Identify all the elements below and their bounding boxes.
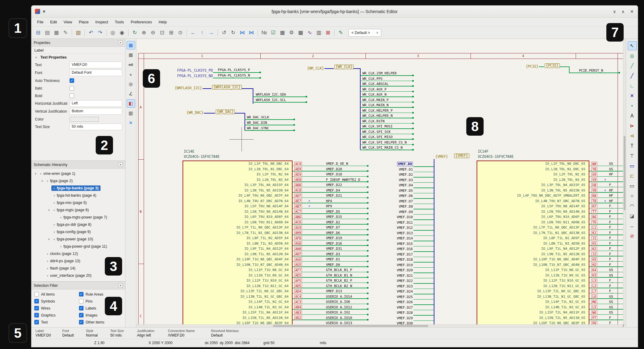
pin-row-io-l12p-t1u-n10-gc-64[interactable]: IO_L12P_T1U_N10_GC_64AF5GTH_BCLK_B2_P — [183, 278, 371, 283]
pin-row-io-l7p-t1l-n0-qbc-ad13p-64[interactable]: IO_L7P_T1L_N0_QBC_AD13P_64AG9VMEF.D7 — [183, 225, 371, 230]
pin-row-io-l13n-t2l-n1-gc-qbc-64[interactable]: IO_L13N_T2L_N1_GC_QBC_64AC4USERIO_A.IO14 — [183, 294, 371, 300]
hier-label-vmef[interactable]: {VMEF} — [435, 155, 448, 159]
net-label-vmef-d6[interactable]: VMEF.D6 — [370, 194, 413, 198]
crosshair-style-icon[interactable]: + — [127, 70, 135, 79]
net-label-vmef-d15[interactable]: VMEF.D15 — [370, 242, 413, 246]
zoom-objects-icon[interactable]: ⊞ — [167, 28, 176, 37]
net-label-wr-clk-spi-main-cs-n[interactable]: WR_CLK.SPI_MAIN_CS_N — [362, 146, 402, 150]
pin-row-io-l2n-t0l-n3-64[interactable]: IO_L2N_T0L_N3_64AE8F_IOEXP_HWBYTE2_D — [183, 177, 371, 183]
net-label-wr-dac-din[interactable]: WR_DAC.DIN — [247, 121, 267, 125]
net-label-vmef-d12[interactable]: VMEF.D12 — [370, 226, 413, 230]
net-label-vmef-d4[interactable]: VMEF.D4 — [370, 183, 413, 187]
pin-row-io-l5p-t0u-n8-ad14p-64[interactable]: IO_L5P_T0U_N8_AD14P_64AB7✕HP9 — [183, 204, 371, 209]
close-button[interactable]: ✕ — [630, 9, 634, 14]
menu-view[interactable]: View — [60, 19, 75, 25]
hier-label-wr-dac-boxed[interactable]: {WR_DAC} — [216, 110, 235, 114]
filter-checkbox-text[interactable]: ✓ — [34, 320, 39, 324]
hierarchy-item-fpga-hd-banks-page-4[interactable]: ●fpga-hd-banks (page 4) — [33, 192, 124, 199]
hier-label-wr-clk[interactable]: {WR_CLK} — [307, 66, 324, 70]
hierarchy-item-fpga-hp-banks-page-3[interactable]: ●fpga-hp-banks (page 3) — [33, 185, 124, 192]
pin-row-io-l8n-t1l-n3-ad5n-64[interactable]: IO_L8N_T1L_N3_AD5N_64AG8VMEF.D16 — [183, 241, 371, 246]
property-checkbox-bold[interactable] — [70, 93, 74, 98]
zoom-in-icon[interactable]: ⊕ — [139, 28, 148, 37]
pin-row-io-l11n-t1u-n9-gc-64[interactable]: IO_L11N_T1U_N9_GC_64AE5GTH_BCLK_B1_N — [183, 273, 371, 278]
filter-checkbox-other-items[interactable]: ✓ — [79, 320, 84, 324]
pin-row-io-l9n-t1l-n5-ad12n-64[interactable]: IO_L9N_T1L_N5_AD12N_64AH7VMEF.D3 — [183, 252, 371, 257]
net-label-wr-clk-rstn[interactable]: WR_CLK.RSTN — [362, 119, 385, 123]
save-icon[interactable]: ⊟ — [34, 28, 43, 37]
highlight-net-icon[interactable]: ✎ — [336, 28, 345, 37]
maximize-button[interactable]: ∧ — [622, 9, 625, 14]
pin-row-io-l3n-t0l-n5-ad15n-64[interactable]: IO_L3N_T0L_N5_AD15N_64AC8VMEF.D4 — [183, 188, 371, 193]
hv-wires-icon[interactable]: ∠ — [127, 90, 135, 98]
menu-tools[interactable]: Tools — [111, 19, 127, 25]
pin-row-io-l2p-t0l-n2-64[interactable]: IO_L2P_T0L_N2_64AE9VMEF.D18 — [183, 172, 371, 177]
net-label-vmef-d29[interactable]: VMEF.D29 — [370, 316, 413, 320]
net-label-vmef-d3[interactable]: VMEF.D3 — [370, 178, 413, 182]
ic14e-value[interactable]: XCZU4CG-1SFVC784E — [184, 155, 220, 159]
hierarchy-item-fpga-power-gnd-page-11[interactable]: ●fpga-power-gnd (page 11) — [33, 243, 124, 250]
hier-label-vmef-boxed[interactable]: {VMEF} — [454, 154, 469, 158]
minimize-button[interactable]: ∨ — [613, 9, 616, 14]
hierarchy-item-fpga-mgts-page-6[interactable]: ∨●fpga-mgts (page 6) — [33, 206, 124, 214]
properties-section-header[interactable]: ∨ Text Properties — [31, 54, 125, 61]
pin-row-io-l7n-t1l-n1-qbc-ad13n-65[interactable]: IO_L7N_T1L_N1_QBC_AD13N_65K1F_ — [477, 230, 626, 236]
pin-row-io-l13p-t2l-n0-gc-qbc-64[interactable]: IO_L13P_T2L_N0_GC_QBC_64AD4VMEF.D13 — [183, 289, 371, 294]
zoom-out-icon[interactable]: ⊖ — [149, 28, 157, 37]
menu-preferences[interactable]: Preferences — [127, 19, 155, 25]
hierarchy-panel-header[interactable]: Schematic Hierarchy ✕ — [31, 161, 125, 169]
clear-highlight-icon[interactable]: ⊠ — [324, 28, 332, 37]
sheet-pin-icon[interactable]: ⊏ — [628, 171, 637, 181]
expander-icon[interactable]: ∨ — [33, 172, 38, 175]
pin-row-io-l14p-t2l-n2-gc-64[interactable]: IO_L14P_T2L_N2_GC_64AC3USERIO_A.IO6 — [183, 299, 371, 305]
wire-tool-icon[interactable]: ╱ — [628, 61, 637, 70]
net-label-wrflash-i2c-scl[interactable]: WRFLASH_I2C.SCL — [256, 98, 286, 102]
grid-toggle-icon[interactable]: ▦ — [127, 41, 135, 49]
pin-row-io-l12n-t1u-n11-gc-65[interactable]: IO_L12N_T1U_N11_GC_65L2F_ — [477, 283, 626, 289]
pin-row-io-l8n-t1l-n3-ad5n-65[interactable]: IO_L8N_T1L_N3_AD5N_65H1F_ — [477, 241, 626, 246]
net-label-wr-clk-main-p[interactable]: WR_CLK.MAIN_P — [362, 98, 389, 102]
rectangle-icon[interactable]: ▭ — [628, 181, 637, 191]
filter-checkbox-labels[interactable]: ✓ — [79, 306, 84, 310]
bus-tool-icon[interactable]: ╱ — [628, 71, 637, 80]
net-label-vmef-d20[interactable]: VMEF.D20 — [370, 268, 413, 272]
circle-icon[interactable]: ○ — [628, 191, 637, 201]
net-label-fpga-pl-clksys-n[interactable]: FPGA-PL_CLKSYS_N — [218, 73, 250, 77]
close-icon[interactable]: ✕ — [118, 162, 123, 167]
net-label-wr-clk-25m-helper[interactable]: WR_CLK.25M_HELPER — [362, 71, 397, 75]
menu-file[interactable]: File — [34, 19, 47, 25]
pin-row-io-l12n-t1u-n11-gc-64[interactable]: IO_L12N_T1U_N11_GC_64AD5GTH_BCLK_B2_N — [183, 283, 371, 289]
net-label-vmef-d18[interactable]: VMEF.D18 — [370, 258, 413, 262]
pin-row-io-l14n-t2l-n3-gc-64[interactable]: IO_L14N_T2L_N3_GC_64AB4USERIO_A.IO12 — [183, 305, 371, 310]
pin-row-io-l2p-t0l-n2-65[interactable]: IO_L2P_T0L_N2_65U9HF — [477, 172, 626, 177]
scrollbar-thumb[interactable] — [624, 136, 625, 210]
bom-table-icon[interactable]: ▥ — [314, 28, 323, 37]
symbol-fields-table-icon[interactable]: ▦ — [278, 28, 287, 37]
pin-row-io-l8p-t1l-n2-ad5p-64[interactable]: IO_L8P_T1L_N2_AD5P_64AF8VMEF.D19 — [183, 235, 371, 241]
image-icon[interactable]: ◪ — [628, 212, 637, 221]
pin-row-io-l5n-t0u-n9-ad14n-65[interactable]: IO_L5N_T0U_N9_AD14N_65T7F_ — [477, 209, 626, 215]
junction-icon[interactable]: • — [628, 101, 637, 110]
net-label-wr-clk-helper-p[interactable]: WR_CLK.HELPER_P — [362, 109, 392, 113]
net-label-vmef-d1[interactable]: VMEF.D1 — [370, 168, 413, 171]
pin-row-io-l13n-t2l-n1-gc-qbc-65[interactable]: IO_L13N_T2L_N1_GC_QBC_65L6US — [477, 294, 626, 300]
pin-row-io-l4p-t0u-n6-dbc-ad7p-64[interactable]: IO_L4P_T0U_N6_DBC_AD7P_64AD7VMEF.D21 — [183, 193, 371, 198]
units-mils-button[interactable]: mil — [127, 60, 135, 69]
hidden-pins-icon[interactable]: ◎ — [127, 80, 135, 88]
annotate-icon[interactable]: № — [260, 28, 269, 37]
net-label-vmef-d22[interactable]: VMEF.D22 — [370, 279, 413, 283]
erc-icon[interactable]: ☑ — [269, 28, 278, 37]
pin-row-io-l15n-t2l-n5-ad11n-65[interactable]: IO_L15N_T2L_N5_AD11N_65P7F_ — [477, 315, 626, 321]
pin-row-io-l3p-t0l-n4-ad15p-65[interactable]: IO_L3P_T0L_N4_AD15P_65U8F_ — [477, 182, 626, 188]
undo-icon[interactable]: ↶ — [87, 28, 95, 37]
pin-row-io-l3p-t0l-n4-ad15p-64[interactable]: IO_L3P_T0L_N4_AD15P_64AB8VMEF.D22 — [183, 182, 371, 188]
net-label-wr-clk-spi-miso[interactable]: WR_CLK.SPI_MISO — [362, 135, 392, 139]
horizontal-scrollbar[interactable] — [136, 324, 623, 327]
property-value-text[interactable]: VMEF.D0 — [70, 62, 122, 68]
zoom-fit-icon[interactable]: ⊡ — [158, 28, 166, 37]
net-label-wr-clk-pps[interactable]: WR_CLK.PPS — [362, 77, 382, 81]
pin-row-io-l9p-t1l-n4-ad12p-65[interactable]: IO_L9P_T1L_N4_AD12P_65K2F_ — [477, 246, 626, 252]
net-label-wr-dac-sync[interactable]: WR_DAC.SYNC — [247, 126, 269, 130]
net-label-wr-clk-spi-helper-cs-n[interactable]: WR_CLK.SPI_HELPER_CS_N — [362, 141, 407, 144]
net-label-wr-clk-main-n[interactable]: WR_CLK.MAIN_N — [362, 103, 389, 107]
